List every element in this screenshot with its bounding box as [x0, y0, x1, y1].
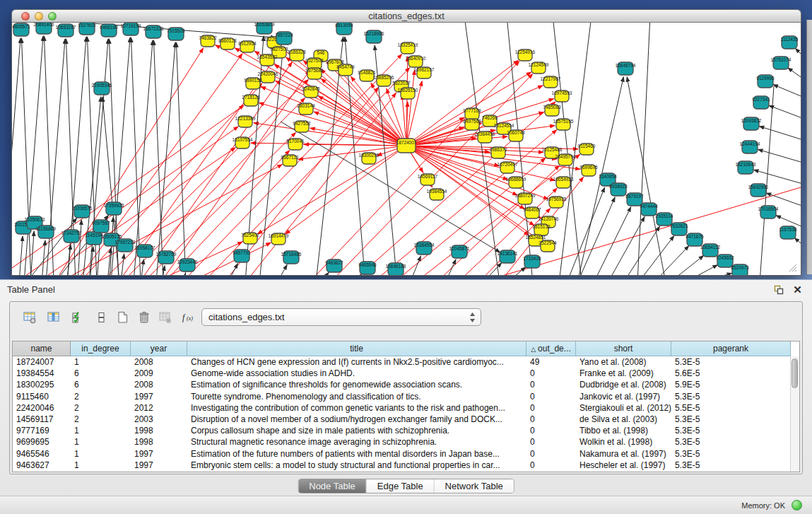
- cell-pagerank[interactable]: 5.5E-5: [671, 402, 790, 414]
- cited-node[interactable]: 9115460: [578, 144, 596, 155]
- citing-node[interactable]: 16958107: [135, 245, 155, 257]
- close-icon[interactable]: ✕: [792, 284, 804, 296]
- cell-title[interactable]: Embryonic stem cells: a model to study s…: [187, 460, 526, 471]
- citing-node[interactable]: 1112435: [781, 36, 799, 49]
- citing-node[interactable]: 9129966: [756, 75, 775, 88]
- citing-node[interactable]: 12093832: [741, 117, 762, 130]
- cell-out-de-[interactable]: 0: [526, 414, 576, 425]
- cell-year[interactable]: 1998: [131, 425, 187, 436]
- citing-node[interactable]: 8813054: [335, 23, 353, 35]
- table-settings-icon[interactable]: [20, 308, 39, 327]
- cited-node[interactable]: 11254916: [515, 49, 536, 61]
- cell-name[interactable]: 18300295: [13, 379, 71, 390]
- tab-node-table[interactable]: Node Table: [298, 479, 367, 493]
- cell-out-de-[interactable]: 0: [526, 391, 576, 402]
- cell-name[interactable]: 9777169: [13, 425, 71, 436]
- citing-node[interactable]: 10653287: [56, 24, 76, 37]
- citing-node[interactable]: 8520973: [731, 264, 749, 275]
- cited-node[interactable]: 9242845: [302, 86, 320, 98]
- cited-node[interactable]: 9699695: [579, 165, 598, 176]
- cell-year[interactable]: 1997: [131, 460, 187, 471]
- minimize-button[interactable]: [35, 12, 43, 21]
- cell-short[interactable]: Jankovic et al. (1997): [576, 391, 671, 402]
- column-selector-icon[interactable]: [44, 308, 63, 327]
- citing-node[interactable]: 1733426: [523, 255, 541, 268]
- cell-name[interactable]: 22420046: [13, 402, 71, 414]
- column-header-pagerank[interactable]: pagerank: [671, 341, 791, 356]
- cited-node[interactable]: 28495794: [555, 154, 576, 165]
- citing-node[interactable]: 10719194: [121, 23, 141, 35]
- table-scrollbar[interactable]: [790, 356, 799, 472]
- cited-node[interactable]: 16720407: [498, 162, 518, 173]
- cell-in-degree[interactable]: 6: [71, 368, 131, 379]
- cited-node[interactable]: 15640910: [406, 56, 426, 67]
- cell-in-degree[interactable]: 1: [71, 460, 131, 471]
- cited-node[interactable]: 1815132: [532, 224, 551, 235]
- citing-node[interactable]: 1167538: [779, 226, 797, 239]
- citing-node[interactable]: 9465546: [358, 262, 377, 274]
- cited-node[interactable]: 8860128: [218, 38, 237, 49]
- cell-pagerank[interactable]: 5.3E-5: [671, 414, 790, 425]
- tab-edge-table[interactable]: Edge Table: [367, 479, 435, 493]
- cell-out-de-[interactable]: 49: [526, 356, 576, 368]
- cell-in-degree[interactable]: 2: [71, 414, 131, 425]
- cell-title[interactable]: Investigating the contribution of common…: [187, 402, 526, 414]
- cell-out-de-[interactable]: 0: [526, 460, 576, 471]
- cell-name[interactable]: 14569117: [13, 414, 71, 425]
- cited-node[interactable]: 16543582: [257, 54, 278, 66]
- citing-node[interactable]: 15751074: [771, 57, 792, 69]
- citing-node[interactable]: 9097587: [92, 220, 110, 233]
- cited-node[interactable]: 18300295: [359, 153, 379, 164]
- cell-pagerank[interactable]: 5.3E-5: [671, 356, 790, 368]
- column-header-name[interactable]: name: [13, 341, 71, 356]
- cited-node[interactable]: 2718126: [242, 95, 260, 106]
- citing-node[interactable]: 15692991: [748, 184, 769, 197]
- cell-title[interactable]: Genome-wide association studies in ADHD.: [187, 368, 526, 379]
- network-window[interactable]: citations_edges.txt 74638228860128891295…: [11, 9, 801, 276]
- cited-node[interactable]: 10974593: [552, 90, 572, 102]
- function-builder-icon[interactable]: f(x): [178, 308, 197, 327]
- citing-node[interactable]: 4605571: [12, 23, 30, 36]
- cell-name[interactable]: 18724007: [13, 356, 71, 368]
- hub-node[interactable]: 18724007: [396, 139, 417, 153]
- cell-pagerank[interactable]: 5.3E-5: [671, 425, 790, 436]
- citing-node[interactable]: 16671338: [143, 25, 164, 38]
- cited-node[interactable]: 8186328: [288, 49, 306, 61]
- column-header-in-degree[interactable]: in_degree: [71, 341, 131, 356]
- citing-node[interactable]: 12923446: [177, 259, 198, 271]
- delete-table-icon[interactable]: [155, 308, 175, 327]
- cell-pagerank[interactable]: 5.9E-5: [671, 379, 790, 390]
- cell-pagerank[interactable]: 5.3E-5: [671, 460, 790, 471]
- cell-in-degree[interactable]: 2: [71, 402, 131, 414]
- citing-node[interactable]: 9463627: [325, 259, 343, 272]
- cell-title[interactable]: Disruption of a novel member of a sodium…: [187, 414, 526, 425]
- citing-node[interactable]: 7857224: [275, 32, 293, 45]
- cell-out-de-[interactable]: 0: [526, 436, 576, 448]
- cited-node[interactable]: 13325419: [398, 42, 418, 54]
- cell-year[interactable]: 1997: [131, 448, 187, 460]
- citation-graph[interactable]: 7463822886012889129542322605898275031654…: [12, 23, 801, 275]
- citing-node[interactable]: 12045871: [449, 245, 470, 258]
- cited-node[interactable]: 16107554: [233, 137, 253, 148]
- cell-in-degree[interactable]: 1: [71, 356, 131, 368]
- cell-out-de-[interactable]: 0: [526, 425, 576, 436]
- zoom-button[interactable]: [48, 12, 57, 21]
- cell-in-degree[interactable]: 1: [71, 436, 131, 448]
- cited-node[interactable]: 12217987: [541, 76, 561, 88]
- cell-title[interactable]: Corpus callosum shape and size in male p…: [187, 425, 526, 436]
- cell-out-de-[interactable]: 0: [526, 379, 576, 390]
- cited-node[interactable]: 8912954: [238, 41, 257, 52]
- cell-name[interactable]: 9463627: [13, 460, 71, 471]
- cell-name[interactable]: 9699695: [13, 436, 71, 448]
- citing-node[interactable]: 9457791: [233, 250, 251, 262]
- float-window-icon[interactable]: [772, 284, 784, 296]
- select-all-icon[interactable]: [68, 308, 87, 327]
- column-header-out-de-[interactable]: △out_de...: [526, 341, 576, 356]
- citing-node[interactable]: 16648794: [616, 62, 636, 75]
- cell-year[interactable]: 1998: [131, 436, 187, 448]
- cited-node[interactable]: 8667110: [281, 155, 299, 166]
- resize-grip-icon[interactable]: [795, 270, 796, 271]
- scrollbar-thumb[interactable]: [792, 358, 798, 388]
- cell-name[interactable]: 9465546: [13, 448, 71, 460]
- cell-short[interactable]: Franke et al. (2009): [576, 368, 671, 379]
